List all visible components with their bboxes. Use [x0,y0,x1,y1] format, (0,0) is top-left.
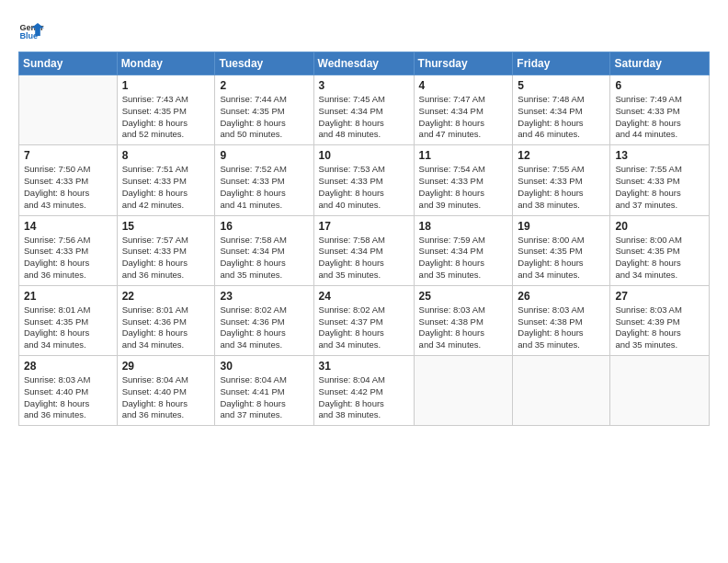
weekday-header-tuesday: Tuesday [215,52,313,75]
day-info: Sunrise: 7:54 AM Sunset: 4:33 PM Dayligh… [419,164,508,211]
page: General Blue SundayMondayTuesdayWednesda… [0,0,728,563]
calendar-cell: 18Sunrise: 7:59 AM Sunset: 4:34 PM Dayli… [414,215,513,285]
calendar-week-2: 7Sunrise: 7:50 AM Sunset: 4:33 PM Daylig… [19,145,710,215]
calendar-cell: 13Sunrise: 7:55 AM Sunset: 4:33 PM Dayli… [610,145,710,215]
calendar-cell: 19Sunrise: 8:00 AM Sunset: 4:35 PM Dayli… [513,215,610,285]
calendar-cell: 22Sunrise: 8:01 AM Sunset: 4:36 PM Dayli… [117,285,215,355]
day-number: 20 [615,220,704,233]
logo: General Blue [18,17,46,42]
day-info: Sunrise: 8:00 AM Sunset: 4:35 PM Dayligh… [615,235,704,282]
calendar-cell: 15Sunrise: 7:57 AM Sunset: 4:33 PM Dayli… [117,215,215,285]
day-number: 15 [122,220,210,233]
calendar-cell: 1Sunrise: 7:43 AM Sunset: 4:35 PM Daylig… [117,75,215,145]
day-info: Sunrise: 8:04 AM Sunset: 4:42 PM Dayligh… [319,374,409,421]
day-number: 16 [220,220,308,233]
day-info: Sunrise: 7:52 AM Sunset: 4:33 PM Dayligh… [220,164,308,211]
calendar-cell: 4Sunrise: 7:47 AM Sunset: 4:34 PM Daylig… [414,75,513,145]
weekday-header-monday: Monday [117,52,215,75]
calendar-cell [414,356,513,426]
day-info: Sunrise: 8:01 AM Sunset: 4:36 PM Dayligh… [122,304,210,351]
day-number: 4 [419,79,508,92]
day-info: Sunrise: 8:03 AM Sunset: 4:38 PM Dayligh… [518,304,605,351]
calendar-cell [610,356,710,426]
weekday-header-thursday: Thursday [414,52,513,75]
day-info: Sunrise: 8:03 AM Sunset: 4:39 PM Dayligh… [615,304,704,351]
calendar-cell: 10Sunrise: 7:53 AM Sunset: 4:33 PM Dayli… [313,145,414,215]
day-number: 21 [24,290,112,303]
calendar-cell: 26Sunrise: 8:03 AM Sunset: 4:38 PM Dayli… [513,285,610,355]
day-info: Sunrise: 8:03 AM Sunset: 4:40 PM Dayligh… [24,374,112,421]
calendar-cell: 30Sunrise: 8:04 AM Sunset: 4:41 PM Dayli… [215,356,313,426]
calendar-table: SundayMondayTuesdayWednesdayThursdayFrid… [18,52,710,426]
day-number: 1 [122,79,210,92]
calendar-cell: 21Sunrise: 8:01 AM Sunset: 4:35 PM Dayli… [19,285,118,355]
weekday-header-row: SundayMondayTuesdayWednesdayThursdayFrid… [19,52,710,75]
day-info: Sunrise: 7:45 AM Sunset: 4:34 PM Dayligh… [319,94,409,141]
day-info: Sunrise: 8:04 AM Sunset: 4:41 PM Dayligh… [220,374,308,421]
day-info: Sunrise: 7:57 AM Sunset: 4:33 PM Dayligh… [122,235,210,282]
calendar-cell: 8Sunrise: 7:51 AM Sunset: 4:33 PM Daylig… [117,145,215,215]
calendar-cell: 12Sunrise: 7:55 AM Sunset: 4:33 PM Dayli… [513,145,610,215]
day-number: 11 [419,149,508,162]
day-number: 26 [518,290,605,303]
day-number: 9 [220,149,308,162]
weekday-header-wednesday: Wednesday [313,52,414,75]
day-number: 3 [319,79,409,92]
calendar-cell: 5Sunrise: 7:48 AM Sunset: 4:34 PM Daylig… [513,75,610,145]
day-number: 12 [518,149,605,162]
calendar-cell: 3Sunrise: 7:45 AM Sunset: 4:34 PM Daylig… [313,75,414,145]
day-info: Sunrise: 7:58 AM Sunset: 4:34 PM Dayligh… [220,235,308,282]
calendar-cell: 27Sunrise: 8:03 AM Sunset: 4:39 PM Dayli… [610,285,710,355]
day-number: 10 [319,149,409,162]
day-info: Sunrise: 7:55 AM Sunset: 4:33 PM Dayligh… [518,164,605,211]
logo-icon: General Blue [18,17,44,42]
day-info: Sunrise: 7:50 AM Sunset: 4:33 PM Dayligh… [24,164,112,211]
day-number: 29 [122,360,210,373]
day-number: 24 [319,290,409,303]
day-info: Sunrise: 8:03 AM Sunset: 4:38 PM Dayligh… [419,304,508,351]
calendar-cell: 16Sunrise: 7:58 AM Sunset: 4:34 PM Dayli… [215,215,313,285]
day-number: 5 [518,79,605,92]
calendar-cell [19,75,118,145]
calendar-cell [513,356,610,426]
weekday-header-saturday: Saturday [610,52,710,75]
calendar-cell: 14Sunrise: 7:56 AM Sunset: 4:33 PM Dayli… [19,215,118,285]
day-number: 6 [615,79,704,92]
day-info: Sunrise: 7:49 AM Sunset: 4:33 PM Dayligh… [615,94,704,141]
day-info: Sunrise: 7:44 AM Sunset: 4:35 PM Dayligh… [220,94,308,141]
day-number: 22 [122,290,210,303]
day-info: Sunrise: 7:58 AM Sunset: 4:34 PM Dayligh… [319,235,409,282]
day-info: Sunrise: 8:02 AM Sunset: 4:36 PM Dayligh… [220,304,308,351]
day-number: 31 [319,360,409,373]
day-info: Sunrise: 8:01 AM Sunset: 4:35 PM Dayligh… [24,304,112,351]
day-number: 18 [419,220,508,233]
day-number: 25 [419,290,508,303]
day-number: 30 [220,360,308,373]
calendar-cell: 2Sunrise: 7:44 AM Sunset: 4:35 PM Daylig… [215,75,313,145]
calendar-cell: 24Sunrise: 8:02 AM Sunset: 4:37 PM Dayli… [313,285,414,355]
day-info: Sunrise: 7:47 AM Sunset: 4:34 PM Dayligh… [419,94,508,141]
day-info: Sunrise: 7:55 AM Sunset: 4:33 PM Dayligh… [615,164,704,211]
calendar-cell: 9Sunrise: 7:52 AM Sunset: 4:33 PM Daylig… [215,145,313,215]
day-info: Sunrise: 8:02 AM Sunset: 4:37 PM Dayligh… [319,304,409,351]
day-number: 14 [24,220,112,233]
calendar-cell: 11Sunrise: 7:54 AM Sunset: 4:33 PM Dayli… [414,145,513,215]
calendar-cell: 23Sunrise: 8:02 AM Sunset: 4:36 PM Dayli… [215,285,313,355]
day-info: Sunrise: 8:00 AM Sunset: 4:35 PM Dayligh… [518,235,605,282]
calendar-week-5: 28Sunrise: 8:03 AM Sunset: 4:40 PM Dayli… [19,356,710,426]
calendar-cell: 25Sunrise: 8:03 AM Sunset: 4:38 PM Dayli… [414,285,513,355]
day-number: 27 [615,290,704,303]
calendar-cell: 7Sunrise: 7:50 AM Sunset: 4:33 PM Daylig… [19,145,118,215]
day-info: Sunrise: 7:59 AM Sunset: 4:34 PM Dayligh… [419,235,508,282]
day-number: 19 [518,220,605,233]
day-number: 17 [319,220,409,233]
calendar-week-4: 21Sunrise: 8:01 AM Sunset: 4:35 PM Dayli… [19,285,710,355]
calendar-cell: 28Sunrise: 8:03 AM Sunset: 4:40 PM Dayli… [19,356,118,426]
weekday-header-friday: Friday [513,52,610,75]
svg-text:Blue: Blue [19,31,38,40]
day-info: Sunrise: 7:43 AM Sunset: 4:35 PM Dayligh… [122,94,210,141]
day-number: 28 [24,360,112,373]
day-info: Sunrise: 7:51 AM Sunset: 4:33 PM Dayligh… [122,164,210,211]
day-info: Sunrise: 7:56 AM Sunset: 4:33 PM Dayligh… [24,235,112,282]
day-info: Sunrise: 8:04 AM Sunset: 4:40 PM Dayligh… [122,374,210,421]
